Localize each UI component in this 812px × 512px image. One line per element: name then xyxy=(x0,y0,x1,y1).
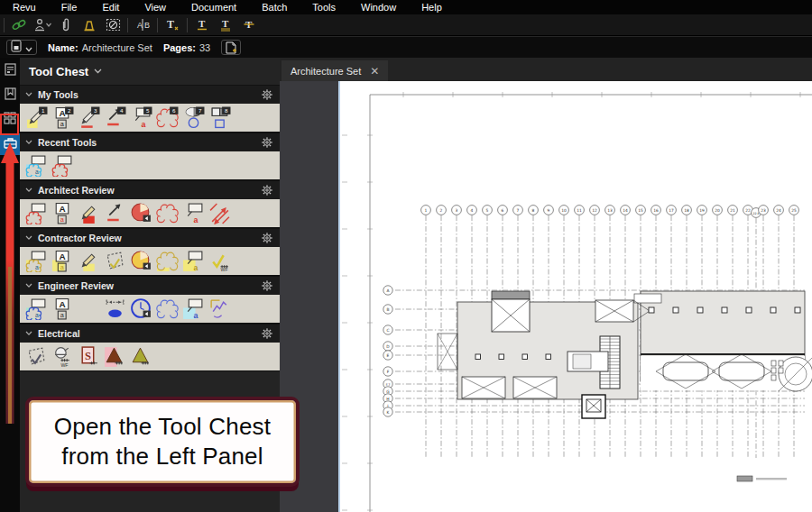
tool-highlight[interactable]: 1 xyxy=(25,106,48,129)
text-underline-icon[interactable]: T xyxy=(190,16,214,34)
gear-icon[interactable] xyxy=(262,89,272,100)
tool-text-box[interactable]: Aa2 xyxy=(51,106,74,129)
compare-ab-icon[interactable]: AB xyxy=(131,16,154,34)
floor-plan-drawing: 1234567891011121314151617181920212222.82… xyxy=(340,81,812,512)
tool-clock-note[interactable] xyxy=(130,297,152,320)
section-header-my-tools[interactable]: My Tools xyxy=(20,85,280,104)
section-header-architect-review[interactable]: Architect Review xyxy=(20,180,280,199)
gear-icon[interactable] xyxy=(262,233,272,243)
tool-row-recent-tools: a xyxy=(20,151,280,180)
menu-file[interactable]: File xyxy=(49,0,90,14)
tool-callout[interactable]: a xyxy=(182,297,205,320)
tool-paint[interactable] xyxy=(78,202,100,224)
tool-text[interactable]: Aa xyxy=(51,202,74,224)
gear-icon[interactable] xyxy=(262,185,272,196)
tab-architecture-set[interactable]: Architecture Set ✕ xyxy=(281,60,388,81)
tool-callout[interactable]: a xyxy=(182,202,205,224)
close-icon[interactable]: ✕ xyxy=(370,66,379,77)
tool-area-check[interactable] xyxy=(25,345,48,368)
hyperlink-icon[interactable] xyxy=(7,16,31,34)
svg-text:5: 5 xyxy=(146,107,150,114)
tool-triangle-olive[interactable] xyxy=(130,345,152,368)
pages-value: 33 xyxy=(199,42,210,53)
menu-edit[interactable]: Edit xyxy=(89,0,132,14)
svg-text:7: 7 xyxy=(198,107,202,114)
section-header-contractor-review[interactable]: Contractor Review xyxy=(20,228,280,247)
svg-text:21: 21 xyxy=(730,208,735,213)
tool-cloud-callout-red[interactable] xyxy=(51,154,74,177)
menu-view[interactable]: View xyxy=(132,0,179,14)
gear-icon[interactable] xyxy=(262,137,272,148)
tool-area-check[interactable] xyxy=(104,250,126,272)
stamp-icon[interactable] xyxy=(31,16,54,34)
tool-arrow-underline[interactable]: 4 xyxy=(104,106,126,129)
text-insert-icon[interactable]: T xyxy=(161,16,184,34)
tool-rectangle[interactable]: 8 xyxy=(208,106,231,129)
svg-text:2: 2 xyxy=(440,208,443,213)
svg-text:T: T xyxy=(167,18,174,31)
section-label: Electrical xyxy=(38,328,262,339)
tool-polyline[interactable] xyxy=(208,297,231,320)
tool-s-box[interactable]: S xyxy=(78,345,100,368)
tool-callout[interactable]: a xyxy=(182,250,205,272)
tool-cloud[interactable]: 6 xyxy=(156,106,179,129)
tool-callout[interactable]: a5 xyxy=(130,106,152,129)
text-underline2-icon[interactable]: T xyxy=(214,16,237,34)
panel-title[interactable]: Tool Chest xyxy=(20,58,280,85)
tool-cloud-callout-cyan[interactable]: a xyxy=(25,154,48,177)
svg-text:C: C xyxy=(386,328,389,333)
menu-tools[interactable]: Tools xyxy=(300,0,348,14)
tool-cloud-callout[interactable]: a xyxy=(25,297,48,320)
section-engineer-review: Engineer Review aAaa xyxy=(20,276,280,324)
svg-text:E: E xyxy=(387,353,390,358)
tool-ellipse[interactable]: 7 xyxy=(182,106,205,129)
section-header-electrical[interactable]: Electrical xyxy=(20,324,280,343)
edit-restrict-icon[interactable] xyxy=(101,16,125,34)
menu-window[interactable]: Window xyxy=(348,0,409,14)
tool-pen-underline[interactable]: 3 xyxy=(78,106,100,129)
tool-arrow-line[interactable] xyxy=(104,202,126,224)
tool-switch-wf[interactable]: WF xyxy=(51,345,74,368)
sidebar-tab-bookmarks[interactable] xyxy=(0,85,20,106)
tool-text[interactable]: Aa xyxy=(51,250,74,272)
gear-icon[interactable] xyxy=(262,328,272,339)
tool-pen[interactable] xyxy=(78,250,100,272)
section-header-engineer-review[interactable]: Engineer Review xyxy=(20,276,280,295)
svg-text:9: 9 xyxy=(548,208,550,213)
tool-dimension[interactable] xyxy=(208,202,231,224)
tool-check-wf[interactable]: WF xyxy=(208,250,231,272)
document-tab-bar: Architecture Set ✕ xyxy=(280,58,812,81)
tool-voice-note[interactable] xyxy=(130,250,152,272)
svg-text:15: 15 xyxy=(638,208,643,213)
tab-label: Architecture Set xyxy=(291,66,361,77)
sidebar-tab-file-access[interactable] xyxy=(0,60,20,82)
svg-text:a: a xyxy=(194,215,198,224)
section-recent-tools: Recent Tools a xyxy=(20,133,280,180)
file-info-bar: Name: Architecture Set Pages: 33 xyxy=(0,37,812,58)
section-header-recent-tools[interactable]: Recent Tools xyxy=(20,133,280,151)
menu-document[interactable]: Document xyxy=(179,0,249,14)
menu-help[interactable]: Help xyxy=(409,0,455,14)
page-selector[interactable] xyxy=(6,40,37,55)
svg-text:a: a xyxy=(35,312,39,318)
tool-length-measure[interactable] xyxy=(104,297,126,320)
attachment-icon[interactable] xyxy=(54,16,78,34)
insert-page-button[interactable] xyxy=(221,40,241,55)
tool-cloud[interactable] xyxy=(156,297,179,320)
flag-icon[interactable] xyxy=(78,16,101,34)
tool-cloud-callout[interactable] xyxy=(25,202,48,224)
tool-cloud[interactable] xyxy=(156,250,179,272)
tool-triangle-dark[interactable] xyxy=(104,345,126,368)
pdf-page[interactable]: 1234567891011121314151617181920212222.82… xyxy=(338,81,812,512)
tool-calibrate[interactable] xyxy=(78,297,100,320)
tool-cloud[interactable] xyxy=(156,202,179,224)
gear-icon[interactable] xyxy=(262,280,272,291)
menu-revu[interactable]: Revu xyxy=(0,0,49,14)
text-strikethrough-icon[interactable]: T xyxy=(237,16,261,34)
tool-text[interactable]: Aa xyxy=(51,297,74,320)
tool-cloud-callout[interactable]: a xyxy=(25,250,48,272)
menu-batch[interactable]: Batch xyxy=(249,0,300,14)
svg-text:3: 3 xyxy=(94,107,97,114)
tool-voice-note[interactable] xyxy=(130,202,152,224)
chevron-down-icon xyxy=(25,40,32,56)
